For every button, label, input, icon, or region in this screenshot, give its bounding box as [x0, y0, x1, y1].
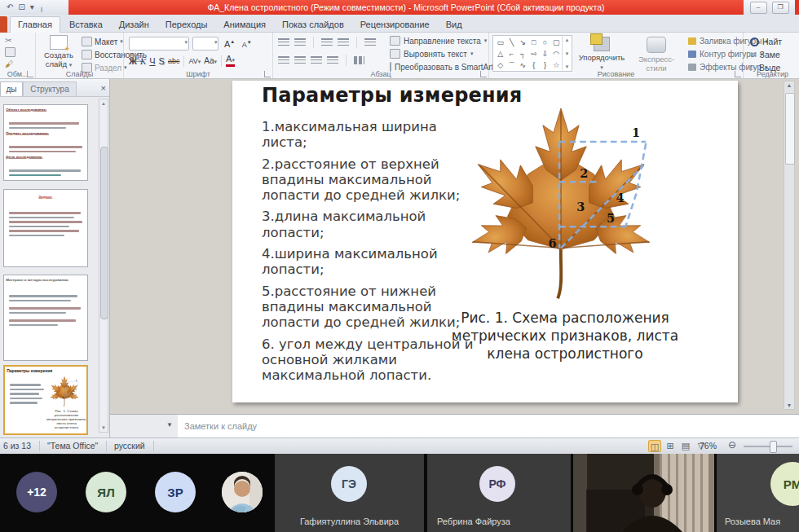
character-spacing-button[interactable]: AV▾: [188, 57, 201, 65]
font-dialog-launcher-icon[interactable]: [264, 71, 271, 77]
shape-icon[interactable]: {: [528, 59, 540, 71]
drawing-dialog-launcher-icon[interactable]: [735, 71, 741, 77]
scrollbar-thumb[interactable]: [100, 147, 108, 319]
format-painter-icon[interactable]: 🖌︎: [5, 59, 15, 68]
slide-scrollbar[interactable]: ▲ ▼: [784, 81, 795, 410]
shrink-font-button[interactable]: А▼: [242, 41, 252, 49]
bullets-icon[interactable]: [278, 38, 289, 46]
underline-button[interactable]: Ч: [149, 56, 155, 66]
zoom-slider-thumb[interactable]: [770, 441, 777, 453]
grow-font-button[interactable]: А▲: [224, 39, 235, 49]
participant-avatar[interactable]: ЯЛ: [86, 472, 126, 512]
zoom-level[interactable]: 76%: [700, 438, 717, 454]
participant-tile[interactable]: ГЭ Гафиятуллина Эльвира: [275, 454, 424, 532]
participant-photo-avatar[interactable]: [222, 472, 263, 512]
maximize-button[interactable]: ❒: [772, 2, 789, 14]
scrollbar-thumb[interactable]: [785, 93, 795, 165]
close-button[interactable]: [795, 0, 799, 15]
slide-thumbnail-4-selected[interactable]: Параметры измерения Рис. 1. Схема распол…: [3, 365, 88, 435]
copy-icon[interactable]: [5, 47, 15, 57]
shape-icon[interactable]: ○: [540, 37, 551, 48]
shape-icon[interactable]: ┐: [517, 48, 528, 59]
zoom-slider-track[interactable]: [744, 446, 792, 447]
tab-slideshow[interactable]: Показ слайдов: [275, 16, 351, 33]
participant-video-tile[interactable]: [573, 454, 714, 532]
qat-dropdown-icon[interactable]: ▾: [30, 3, 34, 11]
tab-insert[interactable]: Вставка: [62, 16, 110, 33]
overflow-participants-badge[interactable]: +12: [16, 472, 57, 512]
shape-icon[interactable]: ⇨: [528, 48, 540, 59]
tab-review[interactable]: Рецензирование: [353, 16, 437, 33]
slide-thumbnail-2[interactable]: Задачи:: [3, 189, 88, 267]
layout-button[interactable]: Макет▾: [82, 37, 123, 46]
align-left-icon[interactable]: [278, 56, 289, 64]
splitter-arrow-icon[interactable]: ▼: [166, 421, 173, 429]
shape-icon[interactable]: ⌐: [506, 48, 518, 59]
numbering-icon[interactable]: [294, 38, 306, 46]
find-button[interactable]: Найт: [750, 37, 782, 46]
shape-icon[interactable]: ▭: [495, 37, 506, 48]
shape-icon[interactable]: ◇: [495, 59, 506, 71]
tab-slides[interactable]: ды: [0, 81, 23, 96]
undo-icon[interactable]: ↶: [7, 3, 13, 11]
theme-name[interactable]: "Тема Office": [47, 438, 98, 454]
tab-view[interactable]: Вид: [439, 16, 470, 33]
tab-animations[interactable]: Анимация: [216, 16, 273, 33]
shape-icon[interactable]: △: [495, 48, 506, 59]
increase-indent-icon[interactable]: [338, 38, 349, 46]
align-right-icon[interactable]: [311, 56, 322, 64]
strikethrough-button[interactable]: abc: [168, 57, 180, 65]
tab-file[interactable]: [0, 16, 7, 33]
language-indicator[interactable]: русский: [114, 438, 145, 454]
shape-icon[interactable]: ◠: [550, 48, 562, 59]
tab-design[interactable]: Дизайн: [112, 16, 157, 33]
shape-icon[interactable]: ⌒: [506, 59, 518, 71]
participant-tile[interactable]: РМ Розыева Мая: [717, 454, 799, 532]
shape-icon[interactable]: □: [528, 37, 540, 48]
paragraph-dialog-launcher-icon[interactable]: [480, 71, 487, 77]
zoom-out-icon[interactable]: ⊖: [728, 439, 736, 451]
align-center-icon[interactable]: [294, 56, 306, 64]
replace-button[interactable]: ⇄ Заме: [750, 50, 780, 59]
tab-transitions[interactable]: Переходы: [158, 16, 215, 33]
columns-icon[interactable]: [354, 56, 364, 64]
font-name-combo[interactable]: [129, 37, 189, 51]
shapes-gallery[interactable]: ▭ ╲ ↘ □ ○ ▢ △ ⌐ ┐ ⇨ ⇩ ◠ ◇ ⌒ ∿: [492, 35, 572, 72]
align-text-button[interactable]: Выровнять текст▾: [390, 49, 488, 59]
current-slide[interactable]: Параметры измерения 1.максимальная ширин…: [232, 81, 738, 402]
justify-icon[interactable]: [327, 56, 338, 64]
quick-styles-button[interactable]: Экспресс-стили: [629, 35, 683, 73]
decrease-indent-icon[interactable]: [321, 38, 333, 46]
shape-icon[interactable]: }: [540, 59, 551, 71]
slide-thumbnail-1[interactable]: Объект исследования: Предмет исследовани…: [3, 104, 88, 181]
font-color-button[interactable]: А▾: [226, 55, 235, 67]
change-case-button[interactable]: Aa▾: [204, 56, 217, 65]
italic-button[interactable]: К: [140, 56, 146, 66]
participant-avatar[interactable]: ЗР: [155, 472, 196, 512]
shape-icon[interactable]: ╲: [506, 37, 518, 48]
reading-view-icon[interactable]: ▤: [679, 440, 692, 452]
minimize-button[interactable]: –: [750, 2, 767, 14]
participant-tile[interactable]: РФ Ребрина Файруза: [427, 454, 571, 532]
slides-panel-scrollbar[interactable]: ▲ ▼: [99, 99, 108, 433]
slide-sorter-icon[interactable]: ⊞: [664, 440, 677, 452]
shape-icon[interactable]: ☆: [550, 59, 562, 71]
bold-button[interactable]: Ж: [129, 56, 137, 66]
shape-icon[interactable]: ↘: [517, 37, 528, 48]
slide-thumbnail-3[interactable]: Материал и методы исследования:: [3, 275, 88, 361]
shape-icon[interactable]: ∿: [517, 59, 528, 71]
text-shadow-button[interactable]: S: [159, 56, 165, 66]
notes-pane[interactable]: Заметки к слайду: [178, 414, 799, 437]
shapes-gallery-scroll[interactable]: ▲▼▼: [562, 36, 572, 71]
arrange-button[interactable]: Упорядочить ▾: [577, 35, 626, 71]
cut-icon[interactable]: ✂: [5, 36, 15, 45]
line-spacing-icon[interactable]: [364, 38, 376, 46]
redo-icon[interactable]: ⊡: [18, 3, 24, 11]
close-panel-icon[interactable]: ×: [101, 82, 106, 94]
normal-view-icon[interactable]: ◫: [648, 440, 661, 452]
new-slide-button[interactable]: Создать слайд ▾: [39, 34, 78, 72]
shape-icon[interactable]: ⇩: [540, 48, 551, 59]
font-size-combo[interactable]: [192, 37, 219, 51]
tab-home[interactable]: Главная: [10, 16, 60, 33]
text-direction-button[interactable]: Направление текста▾: [390, 36, 488, 46]
